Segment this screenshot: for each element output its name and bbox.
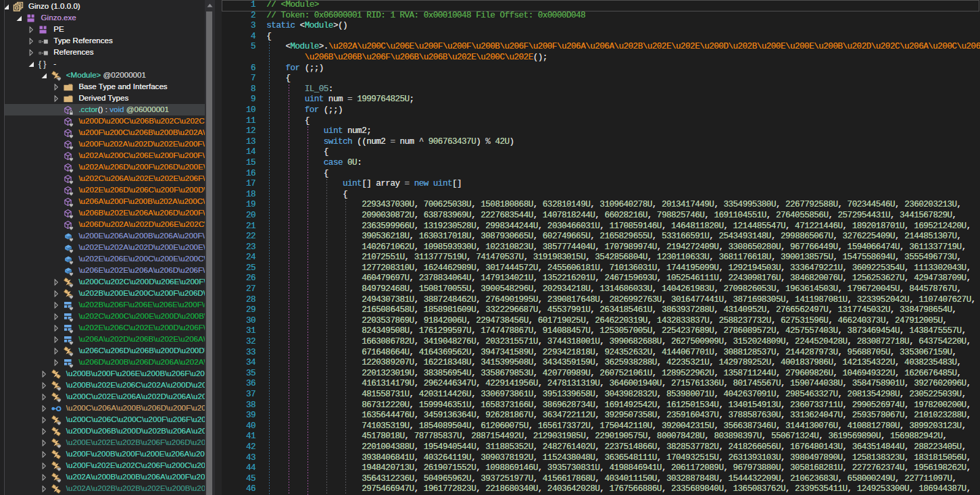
svg-text:{ }: { } [39, 59, 46, 69]
